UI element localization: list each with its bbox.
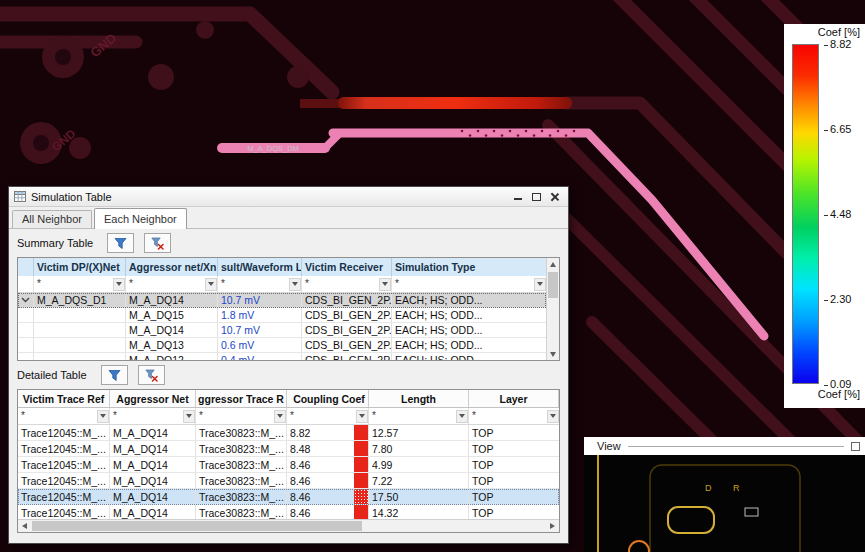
filter-combo[interactable]: *: [302, 276, 392, 292]
column-header-coupling[interactable]: Coupling Coef: [287, 390, 369, 407]
detailed-table: Victim Trace Ref Aggressor Net ggressor …: [17, 389, 560, 533]
scroll-down-button[interactable]: [547, 348, 559, 360]
scrollbar-thumb[interactable]: [32, 521, 362, 531]
dropdown-caret-icon[interactable]: [113, 278, 125, 291]
view-panel-canvas[interactable]: D R: [584, 455, 865, 552]
table-row[interactable]: M_A_DQ13 0.6 mV CDS_BI_GEN_2P... EACH; H…: [18, 338, 546, 353]
dropdown-caret-icon[interactable]: [547, 410, 559, 423]
summary-vertical-scrollbar[interactable]: [546, 258, 559, 360]
dropdown-caret-icon[interactable]: [274, 410, 286, 423]
row-expander[interactable]: [18, 293, 34, 307]
filter-combo[interactable]: *: [126, 276, 218, 292]
cell-coupling: 8.46: [287, 505, 369, 520]
filter-combo[interactable]: *: [392, 276, 546, 292]
column-header-aggressor-ref[interactable]: ggressor Trace R: [196, 390, 287, 407]
cell-result-link[interactable]: 10.7 mV: [218, 323, 302, 337]
detailed-clear-filter-button[interactable]: [138, 365, 165, 385]
table-row[interactable]: Trace12045::M_... M_A_DQ14 Trace30823::M…: [18, 425, 559, 441]
cell-length: 14.32: [369, 505, 469, 520]
filter-combo[interactable]: *: [110, 408, 196, 424]
table-row[interactable]: M_A_DQ15 1.8 mV CDS_BI_GEN_2P... EACH; H…: [18, 308, 546, 323]
tab-all-neighbor[interactable]: All Neighbor: [12, 210, 92, 228]
filter-value: *: [37, 279, 41, 289]
filter-combo[interactable]: *: [218, 276, 302, 292]
colorbar-tick-max: 8.82: [824, 38, 851, 50]
minimize-icon: [514, 198, 522, 200]
dropdown-caret-icon[interactable]: [97, 410, 109, 423]
coupling-color-swatch: [354, 441, 368, 456]
close-button[interactable]: [545, 187, 563, 206]
tab-each-neighbor[interactable]: Each Neighbor: [94, 208, 187, 229]
filter-combo[interactable]: *: [18, 408, 110, 424]
filter-combo[interactable]: *: [34, 276, 126, 292]
cell-result-link[interactable]: 0.4 mV: [218, 353, 302, 361]
expander-column-header: [18, 258, 34, 276]
cell-result-link[interactable]: 0.6 mV: [218, 338, 302, 352]
dropdown-caret-icon[interactable]: [289, 278, 301, 291]
filter-combo[interactable]: *: [287, 408, 369, 424]
cell-layer: TOP: [469, 457, 559, 472]
minimize-button[interactable]: [509, 187, 527, 206]
summary-filter-button[interactable]: [107, 233, 134, 253]
chevron-down-icon: [21, 297, 30, 303]
cell-layer: TOP: [469, 505, 559, 520]
row-expander-spacer: [18, 308, 34, 322]
coupling-value: 8.46: [290, 491, 310, 503]
table-row-selected[interactable]: Trace12045::M_... M_A_DQ14 Trace30823::M…: [18, 489, 559, 505]
dropdown-caret-icon[interactable]: [379, 278, 391, 291]
scroll-up-button[interactable]: [547, 258, 559, 270]
cell-coupling: 8.46: [287, 457, 369, 472]
table-row[interactable]: M_A_DQS_D1 M_A_DQ14 10.7 mV CDS_BI_GEN_2…: [18, 293, 546, 308]
cell-coupling: 8.46: [287, 489, 369, 504]
cell-victim-ref: Trace12045::M_...: [18, 489, 110, 504]
maximize-button[interactable]: [527, 187, 545, 206]
coupling-color-swatch: [354, 425, 368, 440]
trace-net-label: M_A_DQS_DM: [247, 144, 299, 153]
dropdown-caret-icon[interactable]: [534, 278, 546, 291]
coupling-value: 8.46: [290, 507, 310, 519]
column-header-victim[interactable]: Victim DP/(X)Net: [34, 258, 126, 276]
table-row[interactable]: M_A_DQ14 10.7 mV CDS_BI_GEN_2P... EACH; …: [18, 323, 546, 338]
cell-aggressor-ref: Trace30823::M_...: [196, 473, 287, 488]
detailed-horizontal-scrollbar[interactable]: [18, 519, 559, 532]
column-header-layer[interactable]: Layer: [469, 390, 559, 407]
column-header-length[interactable]: Length: [369, 390, 469, 407]
summary-clear-filter-button[interactable]: [144, 233, 171, 253]
scrollbar-thumb[interactable]: [548, 272, 558, 298]
cell-aggressor-ref: Trace30823::M_...: [196, 441, 287, 456]
table-row[interactable]: M_A_DQ12 0.4 mV CDS_BI_GEN_2P EACH; HS; …: [18, 353, 546, 361]
cell-result-link[interactable]: 1.8 mV: [218, 308, 302, 322]
filter-combo[interactable]: *: [196, 408, 287, 424]
dropdown-caret-icon[interactable]: [356, 410, 368, 423]
summary-table: Victim DP/(X)Net Aggressor net/Xn sult/W…: [17, 257, 560, 361]
column-header-aggressor-net[interactable]: Aggressor Net: [110, 390, 196, 407]
aggressor-hot-trace[interactable]: [338, 97, 572, 109]
filter-value: *: [290, 411, 294, 421]
detailed-filter-button[interactable]: [101, 365, 128, 385]
filter-combo[interactable]: *: [369, 408, 469, 424]
table-row[interactable]: Trace12045::M_... M_A_DQ14 Trace30823::M…: [18, 473, 559, 489]
column-header-aggressor[interactable]: Aggressor net/Xn: [126, 258, 218, 276]
filter-value: *: [129, 279, 133, 289]
dropdown-caret-icon[interactable]: [205, 278, 217, 291]
scroll-right-button[interactable]: [546, 520, 559, 532]
cell-aggressor-ref: Trace30823::M_...: [196, 425, 287, 440]
dock-icon[interactable]: [851, 442, 860, 451]
filter-value: *: [21, 411, 25, 421]
table-row[interactable]: Trace12045::M_... M_A_DQ14 Trace30823::M…: [18, 457, 559, 473]
colorbar-tick: 4.48: [824, 208, 851, 220]
column-header-receiver[interactable]: Victim Receiver: [302, 258, 392, 276]
column-header-victim-ref[interactable]: Victim Trace Ref: [18, 390, 110, 407]
cell-aggressor: M_A_DQ14: [126, 293, 218, 307]
table-row[interactable]: Trace12045::M_... M_A_DQ14 Trace30823::M…: [18, 441, 559, 457]
scroll-left-button[interactable]: [18, 520, 31, 532]
column-header-result[interactable]: sult/Waveform L: [218, 258, 302, 276]
cell-layer: TOP: [469, 425, 559, 440]
column-header-simtype[interactable]: Simulation Type: [392, 258, 546, 276]
view-small-pad: [745, 508, 758, 516]
cell-result-link[interactable]: 10.7 mV: [218, 293, 302, 307]
dropdown-caret-icon[interactable]: [456, 410, 468, 423]
dropdown-caret-icon[interactable]: [183, 410, 195, 423]
window-title-bar[interactable]: Simulation Table: [9, 187, 568, 207]
filter-combo[interactable]: *: [469, 408, 559, 424]
